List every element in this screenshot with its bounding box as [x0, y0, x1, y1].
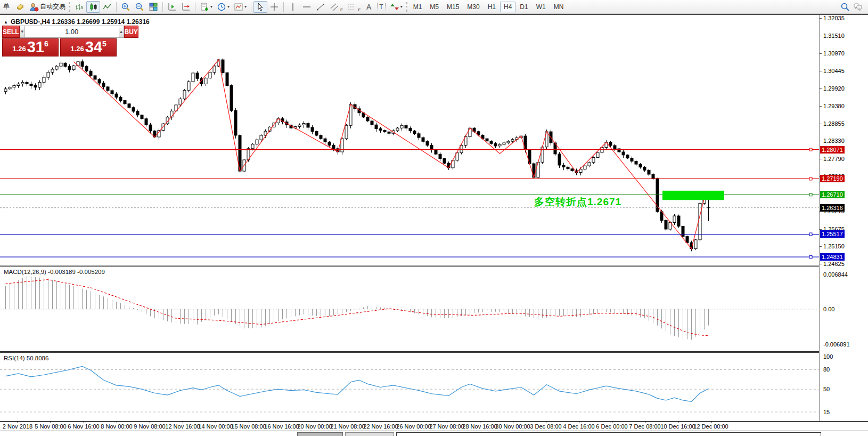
timeframe-M30[interactable]: M30: [463, 2, 483, 12]
volume-input[interactable]: [25, 26, 119, 38]
main-toolbar: 单 自动交易: [0, 0, 868, 14]
auto-trading-button[interactable]: 自动交易: [27, 1, 68, 13]
date-label: 12 Dec 00:00: [693, 423, 728, 430]
zoom-out-button[interactable]: [133, 1, 146, 13]
date-axis[interactable]: 2 Nov 20185 Nov 08:006 Nov 16:008 Nov 00…: [0, 421, 868, 431]
chevron-down-icon[interactable]: ▾: [244, 5, 247, 9]
line-chart-mode-button[interactable]: [100, 1, 114, 13]
rsi-pane[interactable]: RSI(14) 50.8086: [0, 353, 819, 421]
axis-tick-mark: [820, 53, 822, 54]
toolbar-grip[interactable]: [69, 2, 70, 12]
new-order-button-clipped[interactable]: 单: [1, 1, 13, 13]
axis-tick-mark: [820, 246, 822, 247]
channel-letter: E: [340, 7, 343, 12]
macd-pane[interactable]: MACD(12,26,9) -0.003189 -0.005209: [0, 267, 819, 351]
bottom-window-tab[interactable]: [345, 432, 394, 436]
timeframe-D1[interactable]: D1: [516, 2, 531, 12]
arrows-tool-button[interactable]: ▾: [388, 1, 405, 13]
tile-windows-button[interactable]: [146, 1, 160, 13]
buy-price-prefix: 1.26: [70, 44, 84, 55]
crosshair-tool-button[interactable]: [267, 1, 281, 13]
main-price-pane[interactable]: ▲ GBPUSD-,H4 1.26336 1.26699 1.25914 1.2…: [0, 16, 819, 265]
volume-decrease-button[interactable]: ▼: [20, 26, 25, 38]
macd-canvas[interactable]: [0, 267, 819, 351]
price-tick-label: 1.30445: [823, 68, 845, 74]
toolbar-separator: [162, 2, 163, 12]
axis-tick-mark: [820, 36, 822, 36]
auto-scroll-icon: [167, 2, 177, 12]
timeframe-W1[interactable]: W1: [533, 2, 550, 12]
price-line-badge: 1.27190: [820, 175, 845, 182]
new-chart-icon: [200, 2, 209, 12]
timeframe-M5[interactable]: M5: [426, 2, 443, 12]
new-order-label: 单: [3, 2, 10, 11]
price-tick-label: 1.27790: [823, 156, 845, 162]
buy-button[interactable]: BUY: [124, 26, 138, 38]
date-label: 30 Nov 00:00: [495, 423, 530, 430]
cursor-tool-button[interactable]: [253, 1, 267, 13]
new-chart-button[interactable]: ▾: [198, 1, 215, 13]
auto-scroll-button[interactable]: [165, 1, 179, 13]
sell-price-pip: 6: [44, 39, 48, 48]
bottom-window-edge[interactable]: [396, 432, 821, 436]
chat-icon[interactable]: [853, 2, 863, 12]
sell-button[interactable]: SELL: [2, 26, 20, 38]
axis-tick-mark: [820, 106, 822, 107]
bar-chart-icon: [75, 2, 84, 12]
sell-price-button[interactable]: 1.26 31 6: [2, 38, 59, 56]
text-tool-button[interactable]: A: [363, 1, 375, 13]
price-line-badge: 1.24831: [820, 253, 845, 261]
candlestick-mode-button[interactable]: [86, 1, 100, 13]
chevron-down-icon[interactable]: ▾: [227, 5, 230, 9]
history-center-button[interactable]: [13, 1, 27, 13]
zoom-in-icon: [121, 2, 130, 12]
macd-axis-label: -0.006891: [823, 341, 850, 348]
candlestick-chart-canvas[interactable]: [0, 16, 819, 265]
trendline-tool-button[interactable]: [314, 1, 327, 13]
arrow-objects-icon: [390, 2, 399, 12]
date-label: 7 Dec 08:00: [629, 423, 660, 430]
timeframe-M15[interactable]: M15: [443, 2, 463, 12]
price-tick-label: 1.28855: [823, 120, 845, 127]
toolbar-grip[interactable]: [406, 2, 407, 12]
chevron-down-icon[interactable]: ▾: [400, 5, 403, 9]
channel-tool-button[interactable]: E: [327, 1, 345, 13]
bottom-window-tab[interactable]: [297, 432, 343, 436]
timeframe-M1[interactable]: M1: [410, 2, 426, 12]
timeframe-MN[interactable]: MN: [550, 2, 568, 12]
chart-shift-button[interactable]: [179, 1, 193, 13]
chevron-down-icon[interactable]: ▾: [210, 5, 212, 9]
pivot-annotation-text[interactable]: 多空转折点1.2671: [534, 195, 621, 209]
price-tick-label: 1.29920: [823, 85, 845, 92]
timeframe-H1[interactable]: H1: [484, 2, 499, 12]
toolbar-separator: [195, 2, 195, 12]
equidistant-channel-icon: [330, 2, 339, 12]
bar-chart-mode-button[interactable]: [72, 1, 86, 13]
date-label: 2 Nov 2018: [3, 423, 32, 430]
horizontal-line-tool-button[interactable]: [300, 1, 314, 13]
date-label: 12 Nov 16:00: [165, 423, 200, 430]
buy-price-button[interactable]: 1.26 34 5: [60, 38, 117, 56]
one-click-trading-panel: SELL ▼ ▲ BUY 1.26 31 6 1.26 34 5: [2, 26, 117, 56]
vertical-line-tool-button[interactable]: [286, 1, 300, 13]
fibonacci-tool-button[interactable]: F: [345, 1, 363, 13]
text-label-tool-button[interactable]: T: [375, 1, 387, 13]
vertical-line-icon: [288, 2, 298, 12]
cursor-arrow-icon: [256, 2, 265, 12]
rsi-canvas[interactable]: [0, 353, 819, 421]
date-label: 8 Nov 00:00: [101, 423, 132, 430]
zoom-in-button[interactable]: [119, 1, 133, 13]
price-line-badge: 1.28071: [820, 146, 845, 154]
yellow-notes-icon: [15, 2, 25, 12]
date-label: 3 Dec 08:00: [530, 423, 561, 430]
price-axis[interactable]: 1.320351.315101.309701.304451.299201.293…: [819, 15, 868, 421]
chart-ohlc-header: ▲ GBPUSD-,H4 1.26336 1.26699 1.25914 1.2…: [4, 18, 150, 26]
volume-increase-button[interactable]: ▲: [119, 26, 124, 38]
one-click-panel-arrow[interactable]: ▲: [4, 20, 8, 25]
timeframe-H4[interactable]: H4: [500, 2, 515, 12]
date-label: 10 Dec 16:00: [660, 423, 695, 430]
macd-axis-label: 0.006844: [823, 271, 848, 278]
indicators-button[interactable]: ▾: [232, 1, 249, 13]
search-icon[interactable]: [840, 2, 850, 12]
period-button[interactable]: ▾: [215, 1, 232, 13]
